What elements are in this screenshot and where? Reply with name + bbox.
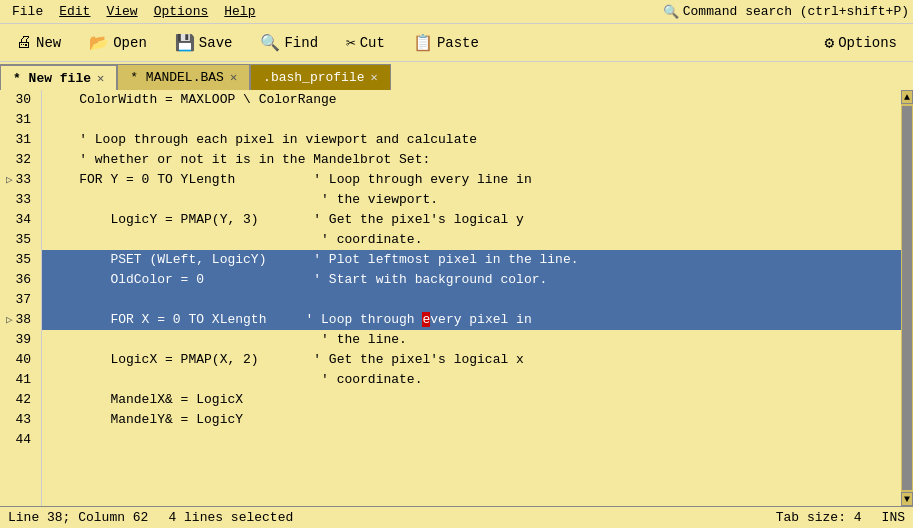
save-icon: 💾 [175, 33, 195, 53]
scroll-up-arrow[interactable]: ▲ [901, 90, 913, 104]
cut-icon: ✂ [346, 33, 356, 53]
tabs-bar: * New file ✕ * MANDEL.BAS ✕ .bash_profil… [0, 62, 913, 90]
mandel-tab[interactable]: * MANDEL.BAS ✕ [117, 64, 250, 90]
tab-size: Tab size: 4 [776, 510, 862, 525]
options-label: Options [838, 35, 897, 51]
code-line: MandelY& = LogicY [42, 410, 901, 430]
code-line: LogicY = PMAP(Y, 3) ' Get the pixel's lo… [42, 210, 901, 230]
line-number: 43 [6, 410, 35, 430]
line-number: 35 [6, 250, 35, 270]
line-number: 39 [6, 330, 35, 350]
new-button[interactable]: 🖨 New [6, 29, 71, 56]
paste-icon: 📋 [413, 33, 433, 53]
code-content[interactable]: ColorWidth = MAXLOOP \ ColorRange ' Loop… [42, 90, 901, 506]
find-icon: 🔍 [260, 33, 280, 53]
code-line: ' the line. [42, 330, 901, 350]
menu-help[interactable]: Help [216, 2, 263, 21]
bash-profile-tab-close[interactable]: ✕ [371, 70, 378, 85]
find-button[interactable]: 🔍 Find [250, 29, 328, 57]
new-file-tab[interactable]: * New file ✕ [0, 64, 117, 90]
new-icon: 🖨 [16, 33, 32, 52]
menu-edit[interactable]: Edit [51, 2, 98, 21]
code-line: ' coordinate. [42, 230, 901, 250]
status-bar: Line 38; Column 62 4 lines selected Tab … [0, 506, 913, 528]
code-line: ' coordinate. [42, 370, 901, 390]
code-line: ' Loop through each pixel in viewport an… [42, 130, 901, 150]
open-icon: 📂 [89, 33, 109, 53]
scroll-thumb[interactable] [902, 106, 912, 490]
options-icon: ⚙ [825, 33, 835, 53]
editor-area: 30313132▷33333435353637▷38394041424344 C… [0, 90, 913, 506]
command-search-label: Command search (ctrl+shift+P) [683, 4, 909, 19]
paste-label: Paste [437, 35, 479, 51]
search-icon: 🔍 [663, 4, 679, 20]
line-number: 42 [6, 390, 35, 410]
line-numbers: 30313132▷33333435353637▷38394041424344 [0, 90, 42, 506]
code-line: FOR Y = 0 TO YLength ' Loop through ever… [42, 170, 901, 190]
mandel-tab-close[interactable]: ✕ [230, 70, 237, 85]
code-line: OldColor = 0 ' Start with background col… [42, 270, 901, 290]
cursor-position: Line 38; Column 62 [8, 510, 148, 525]
scrollbar-vertical[interactable]: ▲ ▼ [901, 90, 913, 506]
line-number: 37 [6, 290, 35, 310]
code-line: PSET (WLeft, LogicY) ' Plot leftmost pix… [42, 250, 901, 270]
menu-bar: File Edit View Options Help 🔍 Command se… [0, 0, 913, 24]
selection-info: 4 lines selected [168, 510, 293, 525]
code-line [42, 290, 901, 310]
line-number: 31 [6, 110, 35, 130]
code-line [42, 430, 901, 450]
new-file-tab-close[interactable]: ✕ [97, 71, 104, 86]
line-number: 33 [6, 190, 35, 210]
menu-options[interactable]: Options [146, 2, 217, 21]
code-line: LogicX = PMAP(X, 2) ' Get the pixel's lo… [42, 350, 901, 370]
line-number: 30 [6, 90, 35, 110]
line-number: ▷33 [6, 170, 35, 190]
code-line: MandelX& = LogicX [42, 390, 901, 410]
options-button[interactable]: ⚙ Options [815, 29, 907, 57]
paste-button[interactable]: 📋 Paste [403, 29, 489, 57]
cut-button[interactable]: ✂ Cut [336, 29, 395, 57]
new-label: New [36, 35, 61, 51]
code-line: FOR X = 0 TO XLength ' Loop through ever… [42, 310, 901, 330]
toolbar: 🖨 New 📂 Open 💾 Save 🔍 Find ✂ Cut 📋 Paste… [0, 24, 913, 62]
bash-profile-tab-label: .bash_profile [263, 70, 364, 85]
line-number: 36 [6, 270, 35, 290]
line-number: 34 [6, 210, 35, 230]
new-file-tab-label: * New file [13, 71, 91, 86]
code-line: ColorWidth = MAXLOOP \ ColorRange [42, 90, 901, 110]
scroll-down-arrow[interactable]: ▼ [901, 492, 913, 506]
code-line: ' the viewport. [42, 190, 901, 210]
line-number: 31 [6, 130, 35, 150]
menu-file[interactable]: File [4, 2, 51, 21]
save-label: Save [199, 35, 233, 51]
line-number: ▷38 [6, 310, 35, 330]
line-number: 35 [6, 230, 35, 250]
insert-mode: INS [882, 510, 905, 525]
code-line [42, 110, 901, 130]
line-number: 44 [6, 430, 35, 450]
open-button[interactable]: 📂 Open [79, 29, 157, 57]
code-line: ' whether or not it is in the Mandelbrot… [42, 150, 901, 170]
line-number: 32 [6, 150, 35, 170]
line-number: 41 [6, 370, 35, 390]
status-right: Tab size: 4 INS [776, 510, 905, 525]
line-number: 40 [6, 350, 35, 370]
menu-view[interactable]: View [98, 2, 145, 21]
open-label: Open [113, 35, 147, 51]
bash-profile-tab[interactable]: .bash_profile ✕ [250, 64, 391, 90]
find-label: Find [284, 35, 318, 51]
mandel-tab-label: * MANDEL.BAS [130, 70, 224, 85]
save-button[interactable]: 💾 Save [165, 29, 243, 57]
cut-label: Cut [360, 35, 385, 51]
command-search[interactable]: 🔍 Command search (ctrl+shift+P) [663, 4, 909, 20]
